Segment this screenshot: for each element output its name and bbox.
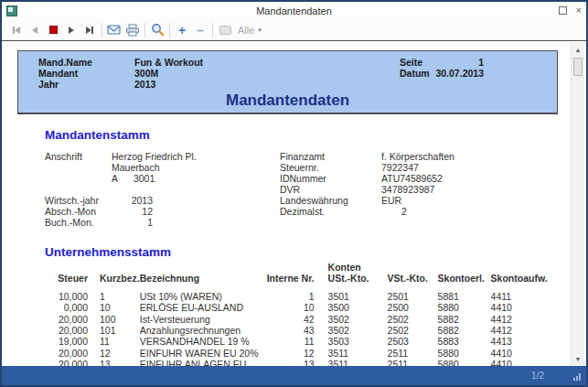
detail-row: DVR3478923987	[45, 184, 561, 195]
column-header: Skontoerl.	[436, 273, 489, 284]
table-cell: 13	[267, 359, 317, 366]
table-row: 20,000100Ist-Versteuerung423502250258824…	[45, 314, 555, 325]
vertical-scrollbar[interactable]: ▲ ▼	[571, 43, 584, 366]
detail-value: 2	[381, 206, 561, 217]
toolbar-separator	[144, 23, 145, 38]
table-cell: 3511	[317, 359, 380, 366]
table-cell: Ist-Versteuerung	[140, 314, 267, 325]
detail-value: 12	[112, 206, 153, 217]
magnifier-icon	[151, 23, 165, 37]
close-button[interactable]: ×	[576, 5, 582, 16]
detail-value	[112, 184, 280, 195]
detail-label	[45, 173, 112, 184]
table-cell: 5880	[436, 302, 489, 313]
detail-row: Absch.-Mon12Dezimalst.2	[45, 206, 561, 217]
column-header: Steuer	[45, 273, 88, 284]
meta-label: Datum	[400, 68, 431, 79]
table-cell: 12	[267, 348, 317, 359]
zoom-mode-select[interactable]: Alle	[238, 25, 254, 36]
detail-value: Herzog Friedrich Pl.	[112, 151, 280, 162]
toolbar-separator	[169, 23, 170, 38]
table-cell: 20,000	[45, 359, 88, 366]
konten-header-row: Konten	[45, 262, 555, 273]
zoom-button[interactable]	[148, 21, 166, 39]
table-cell: 3502	[317, 325, 380, 336]
printer-icon	[125, 24, 140, 37]
header-meta-right: Seite 1 Datum 30.07.2013	[400, 57, 484, 79]
page-layout-button[interactable]	[216, 21, 234, 39]
konten-group-header: Konten	[317, 262, 380, 273]
titlebar: Mandantendaten ×	[2, 2, 586, 19]
maximize-button[interactable]	[559, 6, 567, 15]
table-cell: 2502	[380, 314, 436, 325]
previous-page-button[interactable]	[26, 21, 44, 39]
meta-value: 30.07.2013	[431, 68, 484, 79]
table-cell: 100	[88, 314, 140, 325]
detail-row: A 3001IDNummerATU74589652	[45, 173, 561, 184]
meta-label: Mandant	[38, 68, 134, 79]
table-cell: 10	[88, 302, 140, 313]
detail-label: Steuernr.	[280, 162, 381, 173]
meta-value: Fun & Workout	[134, 57, 203, 68]
scroll-up-button[interactable]: ▲	[572, 43, 584, 57]
table-row: 19,00011VERSANDHANDEL 19 %11350325035883…	[45, 336, 555, 347]
table-cell: 1	[267, 285, 317, 302]
table-cell: 1	[88, 285, 140, 302]
table-cell: 5882	[436, 325, 489, 336]
table-cell: 4410	[489, 348, 555, 359]
column-header: VSt.-Kto.	[380, 273, 436, 284]
last-page-button[interactable]	[80, 21, 99, 39]
arrow-down-icon: ▼	[575, 356, 582, 362]
table-cell: 11	[267, 336, 317, 347]
chevron-down-icon[interactable]: ▾	[258, 27, 262, 34]
table-cell: 2511	[380, 348, 436, 359]
table-cell: 3502	[317, 314, 380, 325]
mandantenstamm-grid: AnschriftHerzog Friedrich Pl.Finanzamtf.…	[45, 151, 561, 228]
zoom-in-button[interactable]: +	[173, 21, 191, 39]
export-button[interactable]	[105, 21, 123, 39]
table-cell: 3501	[317, 285, 380, 302]
table-cell: 101	[88, 325, 140, 336]
meta-label: Seite	[400, 57, 431, 68]
table-cell: 4410	[489, 302, 555, 313]
detail-value: 3478923987	[381, 184, 561, 195]
scroll-down-button[interactable]: ▼	[572, 352, 584, 366]
header-meta-left: Mand.Name Fun & Workout Mandant 300M Jah…	[38, 57, 203, 90]
meta-value: 300M	[134, 68, 203, 79]
detail-row: Wirtsch.-jahr2013LandeswährungEUR	[45, 195, 561, 206]
plus-icon: +	[178, 24, 186, 37]
table-cell: 10	[267, 302, 317, 313]
detail-row: MauerbachSteuernr.7922347	[45, 162, 561, 173]
report-page: Mand.Name Fun & Workout Mandant 300M Jah…	[4, 43, 571, 366]
print-button[interactable]	[123, 21, 142, 39]
table-cell: USt 10% (WAREN)	[140, 285, 267, 302]
first-page-button[interactable]	[7, 21, 26, 39]
detail-value: 2013	[112, 195, 153, 206]
table-cell: 5883	[436, 336, 489, 347]
detail-value	[381, 217, 561, 228]
previous-page-icon	[32, 27, 37, 34]
scrollbar-thumb[interactable]	[573, 58, 583, 76]
resize-grip-icon[interactable]	[573, 373, 581, 381]
next-page-button[interactable]	[62, 21, 80, 39]
table-cell: 5882	[436, 314, 489, 325]
detail-row: AnschriftHerzog Friedrich Pl.Finanzamtf.…	[45, 151, 561, 162]
report-viewport: Mand.Name Fun & Workout Mandant 300M Jah…	[4, 43, 584, 366]
detail-label: Dezimalst.	[280, 206, 381, 217]
detail-label: IDNummer	[280, 173, 381, 184]
zoom-out-button[interactable]: –	[191, 21, 209, 39]
next-page-icon	[69, 27, 74, 34]
table-cell: 43	[267, 325, 317, 336]
table-cell: 4410	[489, 359, 555, 366]
export-envelope-icon	[107, 24, 122, 36]
table-cell: 19,000	[45, 336, 88, 347]
page-indicator: 1/2	[531, 371, 544, 381]
table-cell: 5880	[436, 359, 489, 366]
stop-button[interactable]	[44, 21, 62, 39]
detail-value: A 3001	[112, 173, 280, 184]
table-cell: 4412	[489, 314, 555, 325]
toolbar-separator	[212, 23, 213, 38]
statusbar: 1/2	[2, 366, 586, 385]
table-cell: 20,000	[45, 325, 88, 336]
detail-value: f. Körperschaften	[381, 151, 561, 162]
